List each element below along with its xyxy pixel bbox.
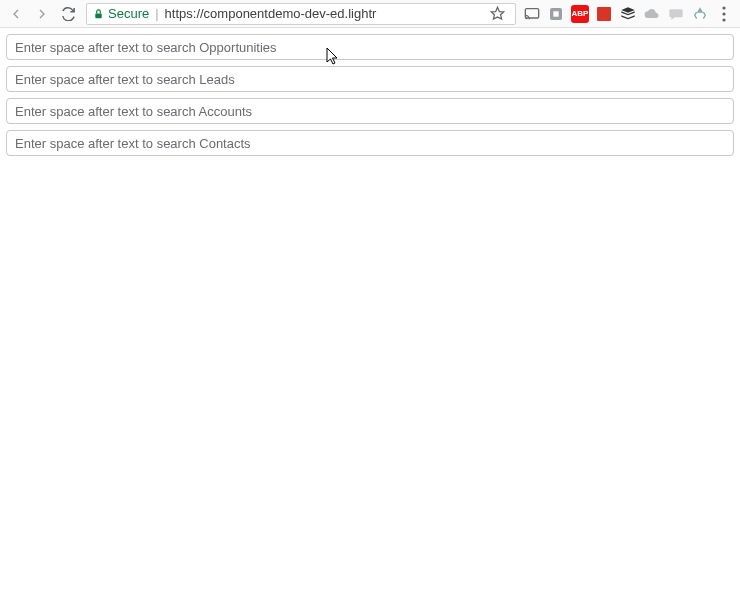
svg-marker-5 xyxy=(621,7,634,12)
lock-icon xyxy=(93,8,104,20)
search-contacts-input[interactable] xyxy=(6,130,734,156)
adblock-icon[interactable]: ABP xyxy=(570,4,590,24)
page-content xyxy=(0,28,740,168)
address-separator: | xyxy=(153,6,160,21)
forward-button[interactable] xyxy=(30,2,54,26)
svg-marker-1 xyxy=(491,7,504,19)
buffer-icon[interactable] xyxy=(618,4,638,24)
cast-icon[interactable] xyxy=(522,4,542,24)
lastpass-icon[interactable] xyxy=(594,4,614,24)
search-leads-input[interactable] xyxy=(6,66,734,92)
svg-marker-7 xyxy=(621,15,634,19)
bookmark-star-icon[interactable] xyxy=(485,3,509,25)
extension-icons: ABP xyxy=(522,4,736,24)
chrome-menu-icon[interactable] xyxy=(714,4,734,24)
svg-point-8 xyxy=(722,6,725,9)
svg-point-10 xyxy=(722,18,725,21)
svg-point-9 xyxy=(722,12,725,15)
svg-rect-4 xyxy=(553,11,558,16)
search-accounts-input[interactable] xyxy=(6,98,734,124)
extension-icon[interactable] xyxy=(546,4,566,24)
url-text: https://componentdemo-dev-ed.lightr xyxy=(165,6,481,21)
recycle-icon[interactable] xyxy=(690,4,710,24)
back-button[interactable] xyxy=(4,2,28,26)
cloud-icon[interactable] xyxy=(642,4,662,24)
browser-toolbar: Secure | https://componentdemo-dev-ed.li… xyxy=(0,0,740,28)
svg-rect-2 xyxy=(525,8,538,17)
secure-label: Secure xyxy=(108,6,149,21)
svg-rect-0 xyxy=(95,13,101,18)
speech-icon[interactable] xyxy=(666,4,686,24)
reload-button[interactable] xyxy=(56,2,80,26)
search-opportunities-input[interactable] xyxy=(6,34,734,60)
address-bar[interactable]: Secure | https://componentdemo-dev-ed.li… xyxy=(86,3,516,25)
